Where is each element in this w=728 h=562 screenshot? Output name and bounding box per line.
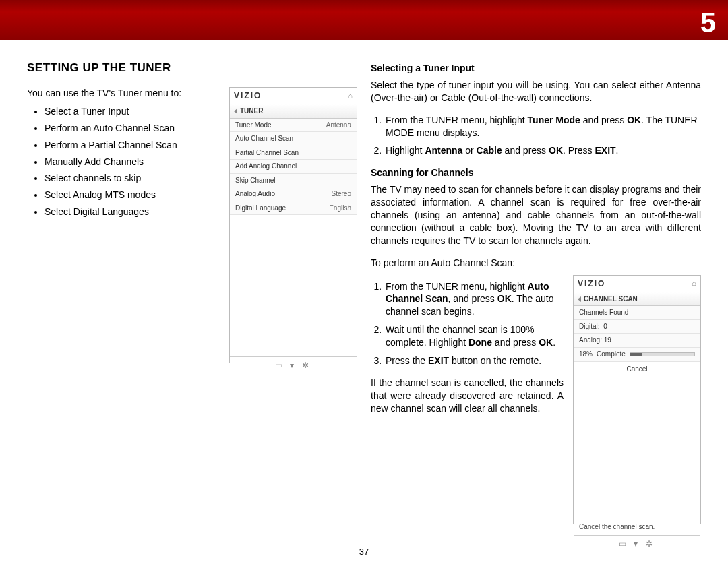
paragraph: Select the type of tuner input you will … — [371, 79, 701, 104]
progress-fill — [630, 353, 642, 356]
osd-tuner-menu: VIZIO ⌂ TUNER Tuner ModeAntenna Auto Cha… — [229, 87, 357, 363]
page-body: SETTING UP THE TUNER You can use the TV'… — [0, 40, 728, 524]
home-icon: ⌂ — [348, 91, 353, 101]
osd-channel-scan: VIZIO ⌂ CHANNEL SCAN Channels Found Digi… — [573, 275, 701, 524]
osd-row: Tuner ModeAntenna — [230, 119, 357, 133]
osd-title-text: TUNER — [240, 106, 263, 116]
osd-brand: VIZIO — [234, 90, 262, 101]
osd-row: Add Analog Channel — [230, 160, 357, 174]
paragraph: If the channel scan is cancelled, the ch… — [371, 377, 564, 415]
bullet-item: Manually Add Channels — [44, 156, 217, 168]
steps-list: From the TUNER menu, highlight Auto Chan… — [384, 280, 564, 367]
intro-text: You can use the TV's Tuner menu to: — [27, 87, 217, 100]
subsection-head: Scanning for Channels — [371, 166, 701, 179]
progress-complete-label: Complete — [597, 350, 626, 359]
back-triangle-icon — [578, 296, 581, 302]
feature-bullets: Select a Tuner Input Perform an Auto Cha… — [44, 105, 217, 218]
osd-title-row: CHANNEL SCAN — [574, 292, 700, 307]
step: From the TUNER menu, highlight Auto Chan… — [384, 280, 564, 319]
osd-rows: Tuner ModeAntenna Auto Channel Scan Part… — [230, 119, 357, 216]
osd-row: Analog AudioStereo — [230, 187, 357, 201]
lead-text: To perform an Auto Channel Scan: — [371, 257, 701, 270]
home-icon: ⌂ — [692, 278, 696, 288]
back-triangle-icon — [234, 108, 237, 114]
osd-row: Digital: 0 — [574, 320, 700, 334]
left-column: SETTING UP THE TUNER You can use the TV'… — [27, 61, 357, 524]
right-column: Selecting a Tuner Input Select the type … — [371, 61, 701, 524]
chapter-number: 5 — [700, 4, 716, 42]
osd-title-text: CHANNEL SCAN — [584, 294, 638, 304]
osd-hint-text: Cancel the channel scan. — [574, 518, 700, 536]
bullet-item: Perform a Partial Channel Scan — [44, 139, 217, 152]
osd-row: Skip Channel — [230, 174, 357, 188]
osd-title-row: TUNER — [230, 104, 357, 119]
chapter-header-bar: 5 — [0, 0, 728, 40]
paragraph: The TV may need to scan for channels bef… — [371, 183, 701, 247]
osd-row: Channels Found — [574, 306, 700, 320]
step: Press the EXIT button on the remote. — [384, 354, 564, 367]
bullet-item: Select Digital Languages — [44, 206, 217, 218]
osd-footer-icons: ▭ ▾ ✲ — [230, 356, 357, 373]
step: From the TUNER menu, highlight Tuner Mod… — [384, 114, 701, 139]
bullet-item: Select channels to skip — [44, 172, 217, 185]
osd-row: Partial Channel Scan — [230, 146, 357, 160]
osd-row: Digital LanguageEnglish — [230, 201, 357, 216]
progress-bar — [630, 352, 695, 356]
osd-row: Auto Channel Scan — [230, 132, 357, 146]
step: Highlight Antenna or Cable and press OK.… — [384, 144, 701, 157]
cancel-row: Cancel — [574, 361, 700, 377]
steps-list: From the TUNER menu, highlight Tuner Mod… — [384, 114, 701, 158]
subsection-head: Selecting a Tuner Input — [371, 62, 701, 75]
osd-brand: VIZIO — [578, 278, 605, 289]
page-number: 37 — [0, 546, 728, 558]
osd-progress-row: 18% Complete — [574, 348, 700, 362]
bullet-item: Perform an Auto Channel Scan — [44, 122, 217, 135]
section-title: SETTING UP THE TUNER — [27, 61, 357, 76]
osd-row: Analog: 19 — [574, 334, 700, 348]
progress-percent: 18% — [579, 350, 593, 359]
step: Wait until the channel scan is 100% comp… — [384, 323, 564, 349]
bullet-item: Select a Tuner Input — [44, 105, 217, 118]
bullet-item: Select Analog MTS modes — [44, 189, 217, 201]
